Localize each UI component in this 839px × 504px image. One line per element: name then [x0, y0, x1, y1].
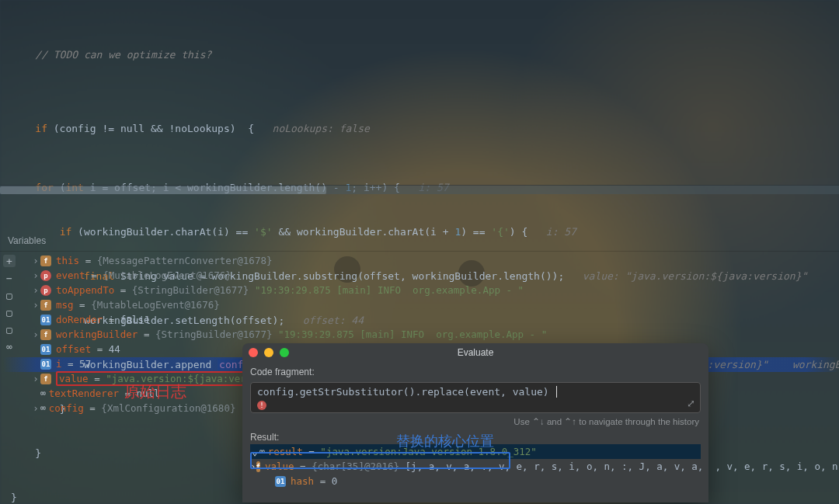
gutter-icon[interactable]: ▢	[3, 289, 16, 301]
chevron-right-icon[interactable]: ›	[250, 461, 256, 472]
var-badge-icon: ∞	[40, 403, 46, 414]
chevron-right-icon[interactable]: ›	[31, 255, 40, 266]
result-row: › fvalue = {char[35]@2016} [j, a, v, a, …	[250, 459, 701, 474]
chevron-right-icon[interactable]: ›	[31, 284, 40, 296]
variables-gutter: + − ▢ ▢ ▢ ∞	[0, 252, 19, 415]
code-fragment-label: Code fragment:	[242, 362, 708, 381]
chevron-down-icon[interactable]: ⌄	[250, 446, 259, 457]
window-close-icon[interactable]	[249, 348, 258, 357]
variables-header: Variables	[0, 232, 839, 252]
var-badge-icon: f	[40, 300, 51, 311]
window-minimize-icon[interactable]	[264, 348, 273, 357]
variable-row[interactable]: › fthis = {MessagePatternConverter@1678}	[19, 253, 839, 268]
field-icon: f	[256, 461, 260, 472]
annotation-blue: 替换的核心位置	[396, 432, 494, 450]
var-badge-icon: f	[40, 329, 51, 340]
int-icon: 01	[275, 476, 286, 487]
history-nav-hint: Use ⌃↓ and ⌃↑ to navigate through the hi…	[242, 413, 708, 429]
expand-icon[interactable]: ⤢	[687, 398, 695, 409]
var-badge-icon: p	[40, 285, 51, 296]
editor-horizontal-scrollbar[interactable]	[0, 185, 839, 194]
object-icon: ∞	[259, 447, 265, 457]
var-badge-icon: f	[40, 255, 51, 266]
var-badge-icon: 01	[40, 344, 51, 355]
gutter-icon[interactable]: ▢	[3, 306, 16, 318]
chevron-right-icon[interactable]	[31, 343, 40, 355]
dialog-title: Evaluate	[458, 347, 494, 358]
result-tree[interactable]: ⌄ ∞result = "java.version:Java version 1…	[250, 444, 701, 488]
code-fragment-input[interactable]: config.getStrSubstitutor().replace(event…	[250, 382, 701, 413]
variable-row[interactable]: › ptoAppendTo = {StringBuilder@1677} "19…	[19, 283, 839, 297]
var-badge-icon: 01	[40, 359, 51, 370]
annotation-red: 原始日志	[124, 381, 186, 402]
code-line: // TODO can we optimize this?	[3, 33, 839, 77]
gutter-icon[interactable]: ▢	[3, 323, 16, 335]
scrollbar-thumb[interactable]	[0, 186, 326, 194]
variable-row[interactable]: 01doRender = false	[19, 312, 839, 327]
variable-row[interactable]: › fworkingBuilder = {StringBuilder@1677}…	[19, 327, 839, 342]
code-line: if (config != null && !noLookups) { noLo…	[3, 106, 839, 151]
chevron-right-icon[interactable]: ›	[31, 269, 40, 281]
error-gutter-icon[interactable]: !	[257, 401, 266, 410]
chevron-right-icon[interactable]: ›	[31, 373, 40, 384]
variable-row[interactable]: › fmsg = {MutableLogEvent@1676}	[19, 297, 839, 312]
add-watch-icon[interactable]: +	[3, 255, 16, 267]
remove-watch-icon[interactable]: −	[3, 272, 16, 284]
comment-text: // TODO can we optimize this?	[35, 49, 211, 61]
var-badge-icon: f	[40, 374, 51, 384]
chevron-right-icon[interactable]	[31, 388, 40, 399]
code-editor[interactable]: // TODO can we optimize this? if (config…	[0, 0, 839, 185]
chevron-right-icon[interactable]	[31, 358, 40, 370]
dialog-titlebar[interactable]: Evaluate	[242, 343, 708, 362]
var-badge-icon: 01	[40, 315, 51, 325]
text-caret	[550, 386, 557, 398]
chevron-right-icon[interactable]: ›	[31, 299, 40, 311]
var-badge-icon: p	[40, 270, 51, 281]
variable-row[interactable]: › pevent = {MutableLogEvent@1676}	[19, 268, 839, 283]
chevron-right-icon[interactable]: ›	[31, 328, 40, 340]
var-badge-icon: ∞	[40, 388, 46, 399]
chevron-right-icon[interactable]: ›	[31, 402, 40, 414]
window-zoom-icon[interactable]	[280, 348, 289, 357]
evaluate-dialog: Evaluate Code fragment: config.getStrSub…	[242, 343, 708, 502]
result-row: 01hash = 0	[250, 474, 701, 488]
chevron-right-icon[interactable]	[31, 314, 40, 325]
link-icon[interactable]: ∞	[3, 340, 16, 353]
